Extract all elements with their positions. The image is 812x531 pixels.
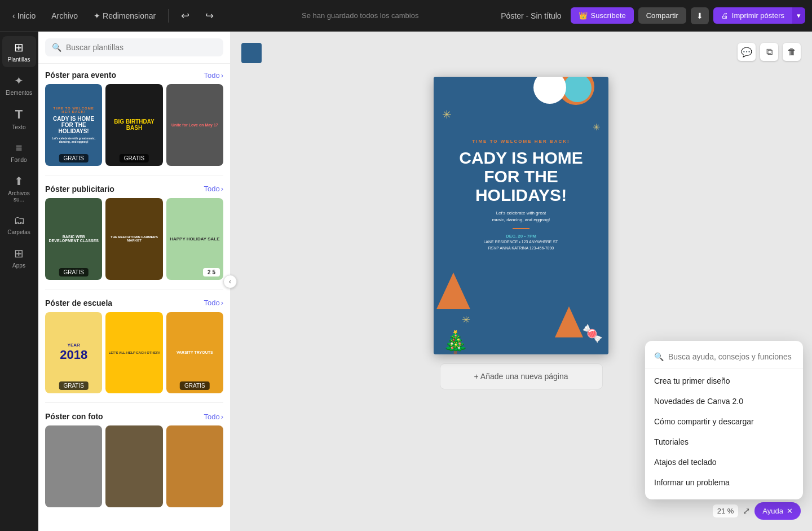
duplicate-button[interactable]: ⧉: [760, 43, 778, 61]
canvas-poster[interactable]: ✳ ✳ ✳ 🍬 🎄 TIME TO WELCOME HER BACK! CADY…: [434, 77, 608, 354]
help-search-input[interactable]: [668, 352, 794, 361]
zoom-level: 21 %: [713, 504, 739, 517]
help-button[interactable]: Ayuda ✕: [754, 502, 801, 520]
sidebar-item-plantillas[interactable]: ⊞ Plantillas: [2, 36, 36, 67]
template-grid-evento: TIME TO WELCOME HER BACK! CADY IS HOME F…: [38, 84, 230, 173]
help-search: 🔍: [645, 348, 803, 368]
topbar: ‹ Inicio Archivo ✦ Redimensionar ↩ ↪ Se …: [0, 0, 812, 32]
template-badge: GRATIS: [59, 268, 88, 277]
poster-desc: Let's celebrate with greatmusic, dancing…: [492, 210, 550, 223]
section-all-evento[interactable]: Todo ›: [204, 71, 223, 80]
search-input[interactable]: [66, 43, 217, 52]
help-item[interactable]: Cómo compartir y descargar: [645, 411, 803, 432]
help-item[interactable]: Tutoriales: [645, 432, 803, 452]
chevron-right-icon: ›: [221, 185, 223, 193]
deco-star-bottom: ✳: [462, 314, 470, 326]
template-grid-publicitario: BASIC WEB DEVELOPMENT CLASSES GRATIS THE…: [38, 198, 230, 287]
poster-subtitle: TIME TO WELCOME HER BACK!: [472, 139, 570, 144]
template-panel: 🔍 Póster para evento Todo › TIME TO WELC…: [38, 32, 230, 531]
section-header-escuela: Póster de escuela Todo ›: [38, 292, 230, 312]
sidebar: ⊞ Plantillas ✦ Elementos T Texto ≡ Fondo…: [0, 32, 38, 531]
list-item[interactable]: [45, 425, 102, 507]
print-button[interactable]: 🖨 Imprimir pósters: [713, 7, 792, 24]
search-icon: 🔍: [52, 43, 61, 52]
help-item[interactable]: Informar un problema: [645, 472, 803, 493]
list-item[interactable]: LET'S ALL HELP EACH OTHER!: [105, 312, 162, 394]
help-item[interactable]: Novedades de Canva 2.0: [645, 391, 803, 411]
list-item[interactable]: THE BEECHTOWN FARMERS MARKET: [105, 198, 162, 280]
poster-divider: [513, 228, 529, 229]
undo-button[interactable]: ↩: [175, 6, 195, 25]
help-item[interactable]: Atajos del teclado: [645, 452, 803, 472]
add-page-button[interactable]: + Añade una nueva página: [440, 363, 603, 389]
template-badge: GRATIS: [59, 154, 88, 163]
template-badge: GRATIS: [120, 154, 149, 163]
section-header-publicitario: Póster publicitario Todo ›: [38, 178, 230, 198]
canvas-toolbar: 💬 ⧉ 🗑: [738, 43, 801, 61]
print-group: 🖨 Imprimir pósters ▾: [713, 7, 805, 24]
list-item[interactable]: BIG BIRTHDAY BASH GRATIS: [105, 84, 162, 166]
help-panel: 🔍 Crea tu primer diseño Novedades de Can…: [645, 341, 803, 499]
chevron-right-icon: ›: [221, 299, 223, 307]
list-item[interactable]: [105, 425, 162, 507]
poster-inner: ✳ ✳ ✳ 🍬 🎄 TIME TO WELCOME HER BACK! CADY…: [434, 77, 608, 354]
download-button[interactable]: ⬇: [691, 7, 709, 24]
divider: [168, 9, 169, 23]
help-item[interactable]: Crea tu primer diseño: [645, 371, 803, 391]
share-button[interactable]: Compartir: [638, 7, 686, 24]
section-separator: [45, 402, 223, 403]
section-separator: [45, 289, 223, 289]
template-grid-foto: [38, 425, 230, 514]
poster-date: DEC. 20 • 7PM: [506, 234, 536, 239]
chevron-right-icon: ›: [221, 71, 223, 80]
subscribe-button[interactable]: 👑 Suscríbete: [571, 7, 634, 24]
zoom-expand-button[interactable]: ⤢: [743, 506, 750, 516]
sidebar-item-carpetas[interactable]: 🗂 Carpetas: [2, 209, 36, 240]
collapse-panel-button[interactable]: ‹: [223, 275, 237, 288]
template-thumbnail: HAPPY HOLIDAY SALE: [166, 198, 223, 280]
section-all-publicitario[interactable]: Todo ›: [204, 185, 223, 193]
template-badge-number: 2 5: [203, 268, 220, 277]
section-title-foto: Póster con foto: [45, 412, 103, 421]
section-separator: [45, 175, 223, 175]
list-item[interactable]: [166, 425, 223, 507]
deco-tree: 🎄: [442, 330, 469, 354]
redo-button[interactable]: ↪: [200, 6, 219, 25]
section-all-escuela[interactable]: Todo ›: [204, 299, 223, 307]
inicio-button[interactable]: ‹ Inicio: [7, 8, 41, 24]
list-item[interactable]: YEAR 2018 GRATIS: [45, 312, 102, 394]
list-item[interactable]: Unite for Love on May 17: [166, 84, 223, 166]
section-title-publicitario: Póster publicitario: [45, 185, 114, 194]
trash-icon: 🗑: [787, 47, 796, 57]
comment-button[interactable]: 💬: [738, 43, 756, 61]
elementos-icon: ✦: [14, 74, 24, 87]
archivo-button[interactable]: Archivo: [46, 8, 83, 24]
main-layout: ⊞ Plantillas ✦ Elementos T Texto ≡ Fondo…: [0, 32, 812, 531]
list-item[interactable]: HAPPY HOLIDAY SALE 2 5: [166, 198, 223, 280]
expand-icon: ⤢: [743, 506, 750, 516]
duplicate-icon: ⧉: [766, 47, 773, 57]
redimensionar-button[interactable]: ✦ Redimensionar: [88, 8, 161, 24]
search-icon: 🔍: [654, 352, 664, 361]
search-section: 🔍: [38, 32, 230, 64]
list-item[interactable]: BASIC WEB DEVELOPMENT CLASSES GRATIS: [45, 198, 102, 280]
print-arrow-button[interactable]: ▾: [792, 7, 805, 24]
section-header-evento: Póster para evento Todo ›: [38, 64, 230, 84]
sidebar-item-texto[interactable]: T Texto: [2, 103, 36, 135]
template-grid-escuela: YEAR 2018 GRATIS LET'S ALL HELP EACH OTH…: [38, 312, 230, 401]
section-header-foto: Póster con foto Todo ›: [38, 405, 230, 425]
zoom-bar: 21 % ⤢ Ayuda ✕: [713, 502, 801, 520]
sidebar-item-apps[interactable]: ⊞ Apps: [2, 242, 36, 273]
list-item[interactable]: TIME TO WELCOME HER BACK! CADY IS HOME F…: [45, 84, 102, 166]
page-thumbnail[interactable]: [241, 43, 262, 63]
back-icon: ‹: [12, 11, 15, 20]
sidebar-item-fondo[interactable]: ≡ Fondo: [2, 137, 36, 168]
sidebar-item-archivos[interactable]: ⬆ Archivos su...: [2, 170, 36, 207]
section-all-foto[interactable]: Todo ›: [204, 412, 223, 421]
apps-icon: ⊞: [14, 247, 24, 260]
list-item[interactable]: VARSITY TRYOUTS GRATIS: [166, 312, 223, 394]
sidebar-item-elementos[interactable]: ✦ Elementos: [2, 69, 36, 100]
template-badge: GRATIS: [59, 381, 88, 390]
delete-button[interactable]: 🗑: [783, 43, 801, 61]
close-icon: ✕: [787, 507, 793, 515]
